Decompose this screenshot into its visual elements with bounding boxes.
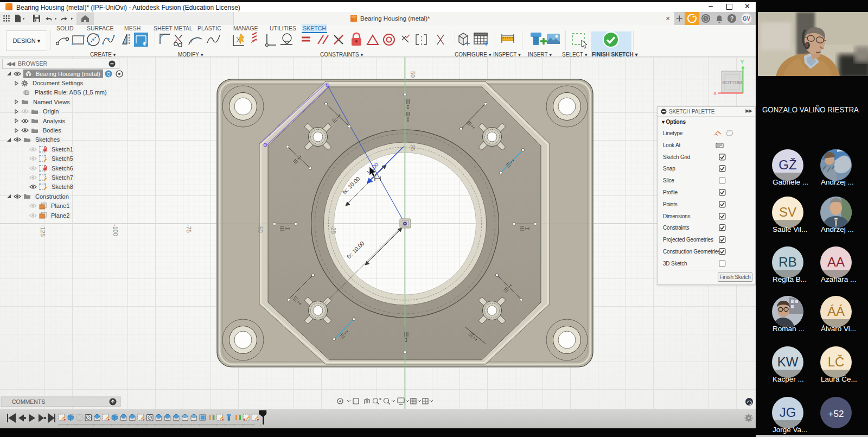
svg-text:Roman ...: Roman ...	[773, 325, 805, 333]
svg-text:Regita B...: Regita B...	[773, 275, 807, 283]
svg-text:GŽ: GŽ	[778, 157, 796, 172]
svg-text:Laura Če...: Laura Če...	[821, 375, 857, 383]
svg-text:Jorge Va...: Jorge Va...	[773, 426, 807, 434]
svg-text:KW: KW	[777, 354, 799, 369]
svg-text:Azahara ...: Azahara ...	[821, 275, 856, 283]
svg-text:AA: AA	[827, 255, 845, 269]
svg-text:RB: RB	[778, 255, 796, 269]
svg-text:Kacper ...: Kacper ...	[773, 375, 804, 383]
svg-text:GONZALO VALIÑO RIESTRA: GONZALO VALIÑO RIESTRA	[762, 105, 859, 114]
svg-text:Andrzej ...: Andrzej ...	[821, 178, 854, 186]
svg-text:Gabrielė ...: Gabrielė ...	[773, 178, 808, 186]
svg-text:LČ: LČ	[828, 354, 845, 369]
svg-text:ÁÁ: ÁÁ	[827, 304, 845, 319]
svg-text:Andrzej ...: Andrzej ...	[821, 225, 854, 233]
svg-text:Saulė Vil...: Saulė Vil...	[773, 225, 807, 233]
svg-text:SV: SV	[779, 205, 796, 219]
svg-text:+52: +52	[828, 409, 844, 419]
svg-text:Álvaro Vi...: Álvaro Vi...	[821, 325, 856, 333]
svg-text:JG: JG	[780, 405, 796, 420]
